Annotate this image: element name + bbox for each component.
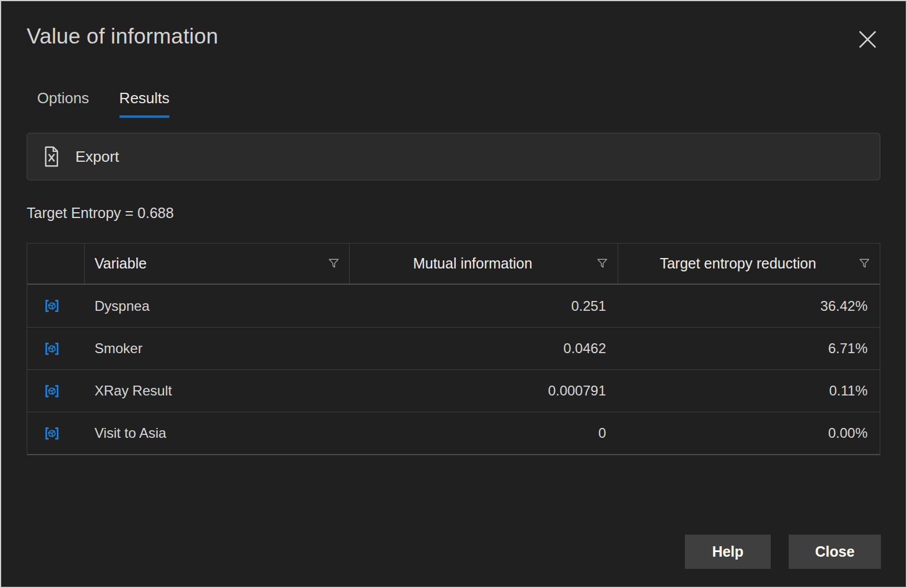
table-row[interactable]: XRay Result 0.000791 0.11%: [27, 369, 880, 412]
dialog-close-button[interactable]: [857, 29, 878, 50]
variable-cell: Visit to Asia: [85, 412, 350, 454]
mutual-information-cell: 0.251: [350, 285, 618, 327]
filter-funnel-icon: [596, 257, 609, 270]
mutual-information-filter-button[interactable]: [596, 257, 609, 270]
target-entropy-reduction-column-label: Target entropy reduction: [618, 255, 858, 272]
export-button-label: Export: [75, 148, 119, 166]
export-button[interactable]: Export: [27, 133, 880, 180]
target-entropy-reduction-cell: 36.42%: [618, 285, 880, 327]
target-entropy-reduction-column-header: Target entropy reduction: [618, 244, 880, 284]
table-row[interactable]: Smoker 0.0462 6.71%: [27, 327, 880, 369]
dialog-footer: Help Close: [685, 535, 881, 569]
variable-filter-button[interactable]: [327, 257, 340, 270]
filter-funnel-icon: [327, 257, 340, 270]
mutual-information-cell: 0.0462: [350, 328, 618, 369]
tab-results[interactable]: Results: [119, 89, 170, 118]
tab-options[interactable]: Options: [37, 89, 89, 118]
help-button[interactable]: Help: [685, 535, 771, 569]
mutual-information-column-label: Mutual information: [350, 255, 596, 272]
node-variable-icon: [44, 299, 60, 313]
close-x-icon: [858, 30, 877, 49]
table-row[interactable]: Visit to Asia 0 0.00%: [27, 412, 880, 454]
target-entropy-reduction-cell: 6.71%: [618, 328, 880, 369]
node-icon-cell: [27, 412, 85, 454]
node-icon-cell: [27, 285, 85, 327]
variable-cell: Dyspnea: [85, 285, 350, 327]
variable-column-header: Variable: [85, 244, 350, 284]
value-of-information-dialog: Value of information Options Results Exp…: [0, 0, 907, 588]
mutual-information-cell: 0.000791: [350, 370, 618, 412]
filter-funnel-icon: [858, 257, 871, 270]
excel-export-icon: [42, 145, 61, 168]
mutual-information-cell: 0: [350, 412, 618, 454]
variable-cell: Smoker: [85, 328, 350, 369]
tab-bar: Options Results: [27, 89, 880, 118]
node-variable-icon: [44, 426, 60, 441]
icon-column-header: [27, 244, 85, 284]
mutual-information-column-header: Mutual information: [350, 244, 618, 284]
table-header-row: Variable Mutual information: [27, 244, 880, 285]
node-icon-cell: [27, 328, 85, 369]
close-button[interactable]: Close: [789, 535, 881, 569]
variable-cell: XRay Result: [85, 370, 350, 412]
target-entropy-reduction-cell: 0.00%: [618, 412, 880, 454]
results-table: Variable Mutual information: [27, 243, 880, 455]
target-entropy-reduction-cell: 0.11%: [618, 370, 880, 412]
node-icon-cell: [27, 370, 85, 412]
page-title: Value of information: [27, 24, 880, 49]
node-variable-icon: [44, 342, 60, 356]
node-variable-icon: [44, 384, 60, 398]
target-entropy-reduction-filter-button[interactable]: [858, 257, 871, 270]
target-entropy-text: Target Entropy = 0.688: [27, 205, 880, 222]
variable-column-label: Variable: [85, 255, 327, 272]
table-row[interactable]: Dyspnea 0.251 36.42%: [27, 285, 880, 327]
